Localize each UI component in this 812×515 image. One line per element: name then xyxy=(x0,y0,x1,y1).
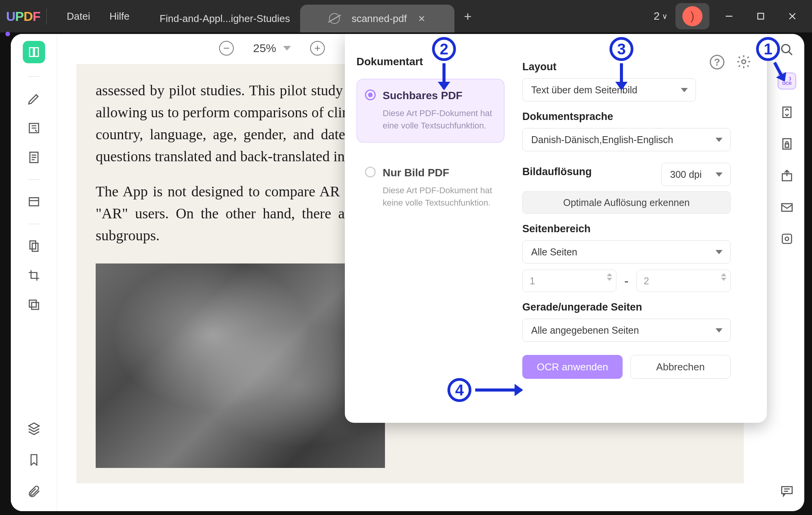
chevron-down-icon xyxy=(716,138,723,142)
gear-icon[interactable] xyxy=(736,54,751,71)
svg-rect-19 xyxy=(785,144,789,147)
svg-line-16 xyxy=(789,52,792,55)
arrow-icon xyxy=(620,63,623,89)
chevron-down-icon xyxy=(283,46,291,51)
indicator-dot xyxy=(5,32,10,36)
callout-3: 3 xyxy=(609,37,633,89)
detect-resolution-button[interactable]: Optimale Auflösung erkennen xyxy=(522,191,731,214)
svg-rect-22 xyxy=(782,234,792,243)
callout-2: 2 xyxy=(432,37,456,89)
svg-rect-24 xyxy=(782,487,792,494)
svg-rect-14 xyxy=(32,302,39,309)
annotate-icon[interactable] xyxy=(25,119,43,137)
odd-even-select[interactable]: Alle angegebenen Seiten xyxy=(522,319,731,342)
resolution-label: Bildauflösung xyxy=(522,166,653,178)
chevron-down-icon xyxy=(716,250,723,254)
callout-number: 2 xyxy=(432,37,456,61)
mail-icon[interactable] xyxy=(778,198,796,216)
panel-icon[interactable] xyxy=(25,193,43,211)
menu-file[interactable]: Datei xyxy=(67,10,90,22)
ocr-panel: Dokumentart Suchbares PDF Diese Art PDF-… xyxy=(345,34,767,423)
avatar-wrap[interactable]: ) xyxy=(675,3,709,29)
callout-number: 3 xyxy=(609,37,633,61)
svg-point-23 xyxy=(785,237,789,241)
avatar: ) xyxy=(682,6,702,26)
divider xyxy=(28,76,40,77)
callout-4: 4 xyxy=(447,378,522,402)
tab-label: Find-and-Appl...igher-Studies xyxy=(160,13,290,25)
maximize-button[interactable] xyxy=(749,7,773,26)
page-icon[interactable] xyxy=(25,149,43,166)
copy-icon[interactable] xyxy=(25,296,43,314)
range-from-input[interactable]: 1 xyxy=(522,270,616,292)
zoom-controls: − 25% + xyxy=(219,41,325,56)
page-range-select[interactable]: Alle Seiten xyxy=(522,240,731,263)
option-title: Suchbares PDF xyxy=(383,89,494,102)
tab-label: scanned-pdf xyxy=(351,13,407,25)
svg-point-15 xyxy=(782,45,790,53)
page-range-label: Seitenbereich xyxy=(522,223,751,235)
range-to-input[interactable]: 2 xyxy=(636,270,731,292)
close-window-button[interactable] xyxy=(780,7,804,26)
svg-rect-13 xyxy=(29,300,36,307)
minimize-button[interactable] xyxy=(717,7,741,26)
apply-ocr-button[interactable]: OCR anwenden xyxy=(522,355,623,379)
attachment-icon[interactable] xyxy=(25,483,43,500)
tab-strip: Find-and-Appl...igher-Studies scanned-pd… xyxy=(150,0,481,32)
tab-inactive[interactable]: Find-and-Appl...igher-Studies xyxy=(150,5,300,32)
bookmark-icon[interactable] xyxy=(25,451,43,469)
menu-help[interactable]: Hilfe xyxy=(110,10,130,22)
divider xyxy=(28,179,40,180)
option-image-only-pdf[interactable]: Nur Bild PDF Diese Art PDF-Dokument hat … xyxy=(356,156,505,220)
app-logo: UPDF xyxy=(0,0,46,32)
ocr-right-column: ? Layout Text über dem Seitenbild Dokume… xyxy=(515,34,767,423)
unsaved-icon xyxy=(329,13,340,24)
extract-icon[interactable] xyxy=(25,237,43,255)
cancel-button[interactable]: Abbrechen xyxy=(630,355,731,379)
radio-icon xyxy=(365,167,376,177)
svg-point-27 xyxy=(742,60,746,64)
range-dash: - xyxy=(624,274,628,289)
comment-icon[interactable] xyxy=(778,482,796,500)
reader-mode-button[interactable] xyxy=(23,41,45,63)
arrow-icon xyxy=(442,63,446,89)
window-count[interactable]: 2 ∨ xyxy=(653,10,668,22)
help-icon[interactable]: ? xyxy=(710,55,724,69)
doc-type-heading: Dokumentart xyxy=(356,56,505,68)
titlebar-right: 2 ∨ ) xyxy=(653,0,812,32)
scanned-photo xyxy=(96,263,385,468)
chevron-down-icon xyxy=(716,328,723,333)
ocr-left-column: Dokumentart Suchbares PDF Diese Art PDF-… xyxy=(345,34,515,423)
app-frame: OCR − 25% + assessed by pilot studies. T… xyxy=(11,34,804,511)
crop-icon[interactable] xyxy=(25,267,43,284)
zoom-value[interactable]: 25% xyxy=(253,42,291,55)
callout-number: 4 xyxy=(447,378,471,402)
svg-rect-11 xyxy=(30,241,35,249)
option-desc: Diese Art PDF-Dokument hat keine volle T… xyxy=(383,184,494,209)
close-icon[interactable]: × xyxy=(419,12,425,25)
layout-select[interactable]: Text über dem Seitenbild xyxy=(522,78,696,101)
option-searchable-pdf[interactable]: Suchbares PDF Diese Art PDF-Dokument hat… xyxy=(356,79,505,143)
new-tab-button[interactable]: + xyxy=(454,0,481,32)
chevron-down-icon xyxy=(716,172,723,177)
arrow-icon xyxy=(475,388,522,392)
resolution-select[interactable]: 300 dpi xyxy=(661,163,731,186)
main-menu: Datei Hilfe xyxy=(47,0,150,32)
svg-rect-21 xyxy=(782,204,792,211)
lock-icon[interactable] xyxy=(778,135,796,153)
save-icon[interactable] xyxy=(778,230,796,248)
language-label: Dokumentsprache xyxy=(522,111,751,123)
tab-active[interactable]: scanned-pdf × xyxy=(300,5,454,32)
zoom-in-button[interactable]: + xyxy=(310,41,325,56)
layers-icon[interactable] xyxy=(25,419,43,437)
zoom-out-button[interactable]: − xyxy=(219,41,234,56)
odd-even-label: Gerade/ungerade Seiten xyxy=(522,301,751,313)
search-icon[interactable] xyxy=(778,41,796,59)
divider xyxy=(28,224,40,224)
left-toolbar xyxy=(11,34,57,511)
convert-icon[interactable] xyxy=(778,103,796,121)
share-icon[interactable] xyxy=(778,167,796,184)
highlighter-icon[interactable] xyxy=(25,90,43,108)
language-select[interactable]: Danish-Dänisch,English-Englisch xyxy=(522,128,731,151)
svg-rect-12 xyxy=(32,243,38,252)
